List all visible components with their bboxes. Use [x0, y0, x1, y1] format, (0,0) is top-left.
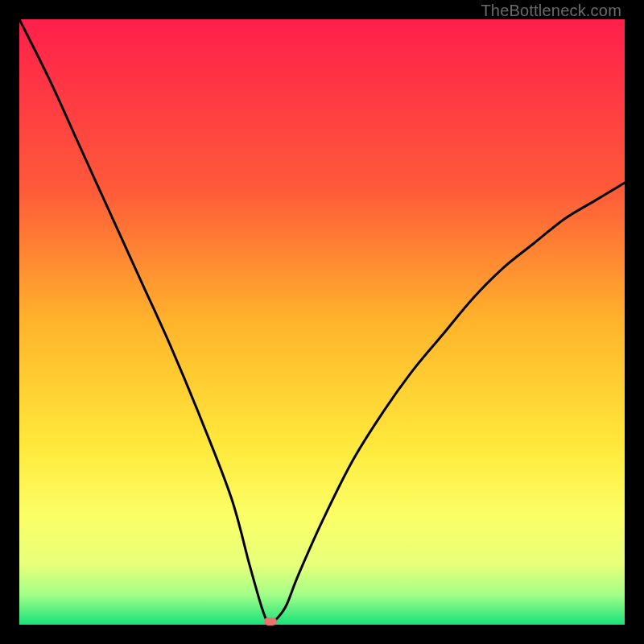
minimum-marker	[264, 617, 277, 625]
plot-area	[19, 19, 625, 625]
bottleneck-curve	[19, 19, 625, 625]
watermark-text: TheBottleneck.com	[481, 2, 621, 20]
